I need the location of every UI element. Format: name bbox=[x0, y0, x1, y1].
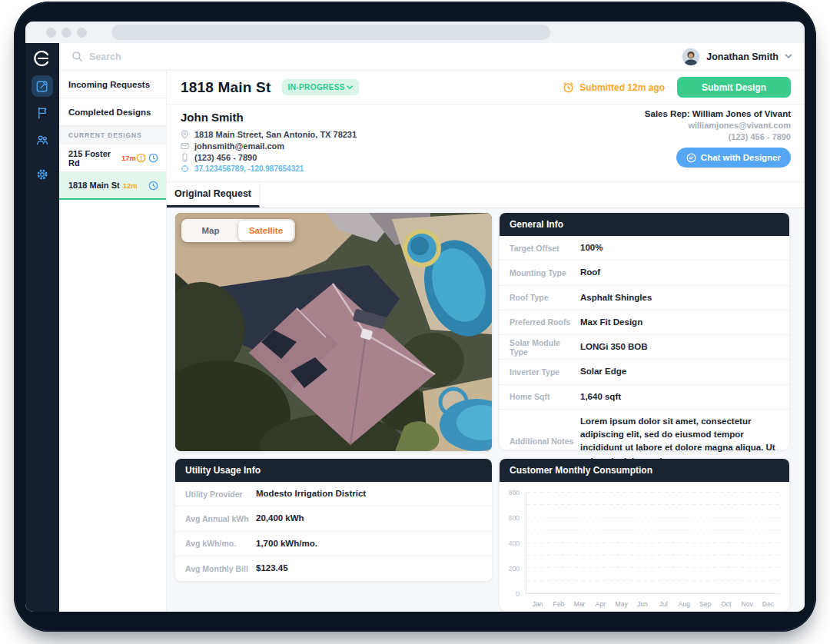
window-control-dot[interactable] bbox=[77, 28, 87, 38]
sidebar-item-label: Incoming Requests bbox=[68, 80, 150, 89]
sidebar: Incoming Requests Completed Designs CURR… bbox=[59, 71, 167, 612]
sidebar-item-label: Completed Designs bbox=[68, 108, 151, 117]
customer-email-text: johnsmith@email.com bbox=[194, 141, 284, 151]
icon-rail bbox=[25, 43, 59, 612]
info-row: Mounting Type Roof bbox=[500, 261, 789, 285]
browser-chrome bbox=[25, 22, 805, 43]
info-row: Avg kWh/mo. 1,700 kWh/mo. bbox=[175, 532, 492, 556]
info-label: Roof Type bbox=[510, 293, 580, 302]
tab-original-request[interactable]: Original Request bbox=[167, 182, 260, 207]
flag-icon bbox=[35, 105, 50, 121]
info-value: LONGi 350 BOB bbox=[580, 335, 648, 359]
rail-item-team[interactable] bbox=[32, 129, 53, 151]
info-value: Asphalt Shingles bbox=[580, 286, 652, 310]
info-row: Roof Type Asphalt Shingles bbox=[500, 286, 789, 310]
rail-item-designs[interactable] bbox=[32, 75, 53, 97]
design-item-215-foster-rd[interactable]: 215 Foster Rd 17m bbox=[59, 144, 166, 172]
chevron-down-icon bbox=[347, 85, 353, 90]
info-row: Solar Module Type LONGi 350 BOB bbox=[500, 335, 789, 360]
info-row: Target Offset 100% bbox=[500, 236, 789, 261]
team-icon bbox=[35, 132, 50, 148]
customer-address-text: 1818 Main Street, San Antonio, TX 78231 bbox=[194, 130, 357, 139]
design-age: 12m bbox=[123, 181, 138, 190]
chat-button-label: Chat with Designer bbox=[701, 153, 781, 162]
info-label: Avg kWh/mo. bbox=[185, 539, 256, 548]
clock-icon bbox=[148, 153, 158, 163]
sidebar-item-completed-designs[interactable]: Completed Designs bbox=[59, 98, 166, 126]
rail-item-flags[interactable] bbox=[32, 102, 53, 124]
info-value: Max Fit Design bbox=[580, 310, 642, 334]
info-value: 20,400 kWh bbox=[256, 506, 304, 530]
alert-icon bbox=[136, 153, 146, 163]
customer-coordinates[interactable]: 37.123456789, -120.987654321 bbox=[181, 163, 357, 174]
submitted-status: Submitted 12m ago bbox=[562, 81, 665, 94]
search-input[interactable] bbox=[89, 51, 227, 62]
window-control-dot[interactable] bbox=[61, 28, 71, 38]
customer-phone-text: (123) 456 - 7890 bbox=[194, 153, 257, 162]
info-row: Avg Monthly Bill $123.45 bbox=[175, 556, 492, 581]
panel-title: General Info bbox=[500, 213, 789, 236]
map-toggle-map[interactable]: Map bbox=[183, 221, 238, 241]
window-control-dot[interactable] bbox=[46, 28, 56, 38]
sales-rep-phone: (123) 456 - 7890 bbox=[645, 132, 791, 141]
design-editor-icon bbox=[35, 78, 50, 94]
map-pin-icon bbox=[181, 130, 189, 139]
info-value: $123.45 bbox=[256, 556, 288, 580]
info-label: Mounting Type bbox=[510, 268, 580, 277]
app-logo-icon bbox=[32, 48, 52, 68]
info-label: Additional Notes bbox=[510, 437, 580, 446]
sales-rep-name: Sales Rep: William Jones of Vivant bbox=[645, 109, 791, 118]
info-value: Solar Edge bbox=[580, 360, 626, 383]
rail-item-settings[interactable] bbox=[32, 164, 53, 185]
sales-rep-block: Sales Rep: William Jones of Vivant willi… bbox=[645, 109, 791, 174]
customer-coordinates-text: 37.123456789, -120.987654321 bbox=[194, 164, 304, 173]
design-item-1818-main-st[interactable]: 1818 Main St 12m bbox=[59, 172, 166, 200]
design-label: 215 Foster Rd bbox=[68, 149, 118, 168]
window-controls bbox=[46, 28, 87, 38]
info-value: 1,640 sqft bbox=[580, 385, 621, 409]
utility-usage-panel: Utility Usage Info Utility Provider Mode… bbox=[175, 459, 492, 581]
info-label: Solar Module Type bbox=[510, 338, 580, 357]
chart-plot bbox=[526, 493, 780, 594]
gear-icon bbox=[35, 167, 50, 182]
info-value: Modesto Irrigation District bbox=[256, 482, 366, 506]
map-card[interactable]: Map Satellite bbox=[175, 213, 492, 451]
title-row: 1818 Main St IN-PROGRESS bbox=[167, 71, 805, 105]
sidebar-section-label: CURRENT DESIGNS bbox=[59, 126, 166, 144]
map-type-toggle: Map Satellite bbox=[181, 219, 295, 242]
info-row: Inverter Type Solar Edge bbox=[500, 360, 789, 384]
crosshair-icon bbox=[181, 164, 189, 173]
info-label: Home Sqft bbox=[510, 392, 580, 401]
design-age: 17m bbox=[121, 154, 136, 162]
chart-y-axis: 0200400600800 bbox=[503, 493, 523, 594]
sidebar-item-incoming-requests[interactable]: Incoming Requests bbox=[59, 71, 166, 98]
search-box[interactable] bbox=[71, 51, 227, 62]
address-bar[interactable] bbox=[111, 25, 550, 40]
page-title: 1818 Main St bbox=[181, 79, 271, 96]
chat-with-designer-button[interactable]: Chat with Designer bbox=[676, 148, 791, 168]
chat-bubble-icon bbox=[686, 153, 696, 163]
customer-info-row: John Smith 1818 Main Street, San Antonio… bbox=[167, 105, 805, 181]
info-row: Avg Annual kWh 20,400 kWh bbox=[175, 506, 492, 531]
consumption-panel: Customer Monthly Consumption 02004006008… bbox=[500, 459, 789, 611]
submitted-text: Submitted 12m ago bbox=[579, 82, 665, 93]
info-label: Inverter Type bbox=[510, 367, 580, 377]
user-menu[interactable]: Jonathan Smith bbox=[682, 48, 792, 66]
customer-phone: (123) 456 - 7890 bbox=[181, 151, 357, 163]
panel-title: Customer Monthly Consumption bbox=[500, 459, 789, 482]
map-toggle-satellite[interactable]: Satellite bbox=[238, 221, 294, 241]
app-shell: Jonathan Smith Incoming Requests Complet bbox=[25, 43, 805, 612]
clock-icon bbox=[148, 181, 158, 191]
mobile-phone-icon bbox=[181, 153, 189, 162]
tab-strip: Original Request bbox=[167, 181, 805, 208]
chart-x-axis: JanFebMarAprMayJunJulAugSepOctNovDec bbox=[526, 600, 780, 608]
alarm-clock-icon bbox=[562, 81, 575, 94]
submit-design-button[interactable]: Submit Design bbox=[677, 77, 791, 98]
info-row: Utility Provider Modesto Irrigation Dist… bbox=[175, 482, 492, 506]
status-badge[interactable]: IN-PROGRESS bbox=[282, 79, 359, 95]
status-badge-label: IN-PROGRESS bbox=[288, 83, 345, 91]
design-label: 1818 Main St bbox=[68, 181, 120, 190]
search-icon bbox=[71, 51, 83, 62]
envelope-icon bbox=[181, 142, 189, 150]
main-area: 1818 Main St IN-PROGRESS bbox=[167, 71, 805, 612]
